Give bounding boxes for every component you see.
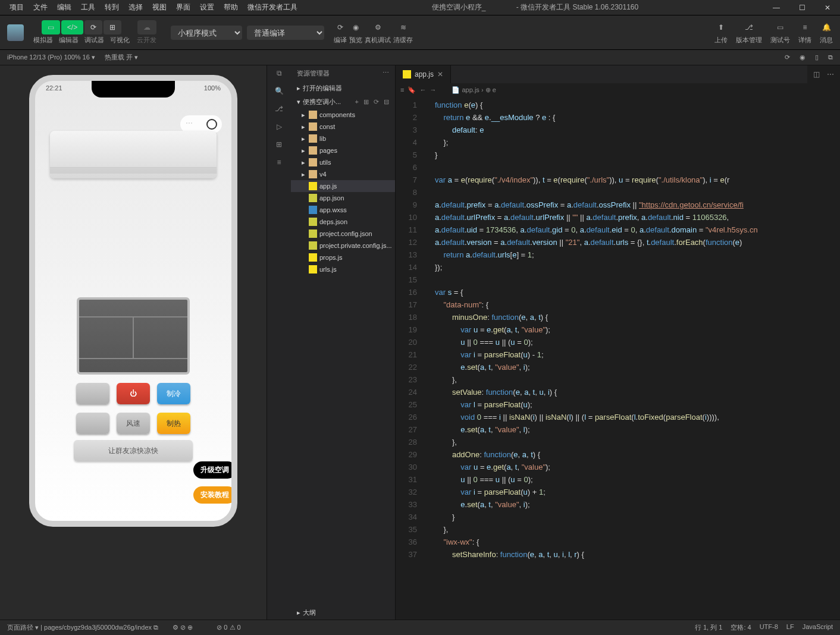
file-app.json[interactable]: app.json bbox=[291, 192, 395, 204]
tab-close-icon[interactable]: ✕ bbox=[437, 70, 443, 78]
file-app.wxss[interactable]: app.wxss bbox=[291, 204, 395, 216]
details-label: 详情 bbox=[798, 36, 811, 45]
refresh-tree-icon[interactable]: ⟳ bbox=[374, 98, 379, 106]
bc-symbol[interactable]: e bbox=[493, 86, 496, 93]
bc-file[interactable]: app.js bbox=[462, 86, 479, 93]
file-props.js[interactable]: props.js bbox=[291, 252, 395, 263]
menu-help[interactable]: 帮助 bbox=[219, 2, 243, 12]
page-path-label[interactable]: 页面路径 ▾ | pages/cbygz9da3j50000dw26g/inde… bbox=[7, 623, 158, 632]
close-icon[interactable]: ✕ bbox=[820, 4, 835, 12]
tutorial-float-button[interactable]: 安装教程 bbox=[193, 486, 236, 504]
refresh-icon[interactable]: ⟳ bbox=[785, 54, 790, 61]
version-icon[interactable]: ⎇ bbox=[745, 20, 753, 34]
bc-menu-icon[interactable]: ≡ bbox=[400, 86, 404, 93]
menu-edit[interactable]: 编辑 bbox=[52, 2, 76, 12]
menu-view[interactable]: 视图 bbox=[148, 2, 171, 12]
message-icon[interactable]: 🔔 bbox=[822, 20, 831, 34]
file-v4[interactable]: v4 bbox=[291, 168, 395, 180]
new-folder-icon[interactable]: ⊞ bbox=[363, 98, 369, 106]
diag-icons[interactable]: ⚙ ⊘ ⊕ bbox=[173, 624, 193, 631]
menu-select[interactable]: 选择 bbox=[124, 2, 148, 12]
eol[interactable]: LF bbox=[786, 623, 794, 632]
db-icon[interactable]: ≡ bbox=[277, 158, 281, 166]
visual-btn[interactable]: ⊞ bbox=[104, 20, 121, 34]
device-name[interactable]: iPhone 12/13 (Pro) 100% 16 ▾ bbox=[7, 54, 95, 61]
language[interactable]: JavaScript bbox=[803, 623, 833, 632]
code-editor[interactable]: 1function e(e) {2 return e && e.__esModu… bbox=[396, 96, 840, 620]
file-utils[interactable]: utils bbox=[291, 156, 395, 168]
power-button[interactable]: ⏻ bbox=[117, 383, 150, 404]
new-file-icon[interactable]: + bbox=[355, 98, 359, 106]
preview-icon[interactable]: ◉ bbox=[353, 20, 359, 34]
hot-reload[interactable]: 热重载 开 ▾ bbox=[105, 53, 138, 62]
compile-icon[interactable]: ⟳ bbox=[337, 20, 343, 34]
debugger-btn[interactable]: ⟳ bbox=[84, 20, 102, 34]
menu-interface[interactable]: 界面 bbox=[171, 2, 195, 12]
cloud-label: 云开发 bbox=[137, 36, 156, 45]
editor-more-icon[interactable]: ⋯ bbox=[827, 70, 834, 78]
indent[interactable]: 空格: 4 bbox=[731, 623, 751, 632]
upgrade-float-button[interactable]: 升级空调 bbox=[193, 461, 236, 479]
remote-debug-icon[interactable]: ⚙ bbox=[375, 20, 381, 34]
git-icon[interactable]: ⎇ bbox=[275, 105, 283, 113]
record-icon[interactable]: ◉ bbox=[800, 54, 805, 61]
file-project.config.json[interactable]: project.config.json bbox=[291, 228, 395, 240]
menubar: 项目 文件 编辑 工具 转到 选择 视图 界面 设置 帮助 微信开发者工具 便携… bbox=[0, 0, 840, 15]
menu-settings[interactable]: 设置 bbox=[195, 2, 219, 12]
file-lib[interactable]: lib bbox=[291, 133, 395, 144]
bc-fwd-icon[interactable]: → bbox=[430, 86, 436, 93]
compile-select[interactable]: 普通编译 bbox=[247, 26, 324, 40]
cursor-pos[interactable]: 行 1, 列 1 bbox=[695, 623, 722, 632]
avatar[interactable] bbox=[7, 24, 24, 41]
wind-button[interactable]: 风速 bbox=[117, 413, 150, 434]
notch bbox=[92, 81, 175, 98]
menu-wxdevtools[interactable]: 微信开发者工具 bbox=[243, 2, 302, 12]
maximize-icon[interactable]: ☐ bbox=[794, 4, 810, 12]
search-icon[interactable]: 🔍 bbox=[275, 87, 284, 95]
file-app.js[interactable]: app.js bbox=[291, 180, 395, 192]
editor-btn[interactable]: </> bbox=[61, 20, 83, 34]
share-button[interactable]: 让群友凉快凉快 bbox=[74, 440, 193, 461]
file-components[interactable]: components bbox=[291, 109, 395, 121]
collapse-icon[interactable]: ⊟ bbox=[384, 98, 389, 106]
cloud-dev-btn[interactable]: ☁ bbox=[137, 20, 156, 34]
warnings[interactable]: ⊘ 0 ⚠ 0 bbox=[217, 624, 240, 631]
cool-button[interactable]: 制冷 bbox=[157, 383, 190, 404]
minimize-icon[interactable]: — bbox=[768, 4, 785, 12]
menu-goto[interactable]: 转到 bbox=[100, 2, 124, 12]
bc-bookmark-icon[interactable]: 🔖 bbox=[408, 86, 416, 94]
file-const[interactable]: const bbox=[291, 121, 395, 133]
menu-project[interactable]: 项目 bbox=[5, 2, 29, 12]
simulator-btn[interactable]: ▭ bbox=[42, 20, 60, 34]
detach-icon[interactable]: ⧉ bbox=[828, 54, 833, 61]
debug-icon[interactable]: ▷ bbox=[277, 122, 282, 131]
open-editors-section[interactable]: 打开的编辑器 bbox=[291, 81, 395, 95]
mode-select[interactable]: 小程序模式 bbox=[171, 26, 242, 40]
details-icon[interactable]: ≡ bbox=[803, 20, 807, 34]
project-section[interactable]: 便携空调小... +⊞⟳⊟ bbox=[291, 95, 395, 109]
split-editor-icon[interactable]: ◫ bbox=[813, 70, 820, 78]
ext-icon[interactable]: ⊞ bbox=[276, 140, 282, 149]
menu-file[interactable]: 文件 bbox=[29, 2, 52, 12]
menu-tools[interactable]: 工具 bbox=[76, 2, 100, 12]
rotate-icon[interactable]: ▯ bbox=[815, 54, 819, 61]
clear-cache-icon[interactable]: ≋ bbox=[400, 20, 406, 34]
file-urls.js[interactable]: urls.js bbox=[291, 263, 395, 275]
editor-tab[interactable]: app.js ✕ bbox=[396, 65, 451, 83]
file-project.private.config.js...[interactable]: project.private.config.js... bbox=[291, 240, 395, 252]
device-bar: iPhone 12/13 (Pro) 100% 16 ▾ 热重载 开 ▾ ⟳ ◉… bbox=[0, 50, 840, 65]
mode-button[interactable] bbox=[76, 383, 109, 404]
editor-area: app.js ✕ ◫ ⋯ ≡ 🔖 ← → 📄 app.js › ⊕ e 1fun… bbox=[396, 65, 840, 620]
test-icon[interactable]: ▭ bbox=[777, 20, 783, 34]
editor-label: 编辑器 bbox=[59, 36, 79, 45]
explorer-more-icon[interactable]: ⋯ bbox=[383, 69, 389, 78]
files-icon[interactable]: ⧉ bbox=[277, 69, 282, 77]
file-deps.json[interactable]: deps.json bbox=[291, 216, 395, 228]
upload-icon[interactable]: ⬆ bbox=[718, 20, 724, 34]
outline-section[interactable]: 大纲 bbox=[291, 606, 395, 620]
bc-back-icon[interactable]: ← bbox=[419, 86, 426, 93]
temp-button[interactable] bbox=[76, 413, 109, 434]
file-pages[interactable]: pages bbox=[291, 144, 395, 156]
encoding[interactable]: UTF-8 bbox=[760, 623, 778, 632]
heat-button[interactable]: 制热 bbox=[157, 413, 190, 434]
